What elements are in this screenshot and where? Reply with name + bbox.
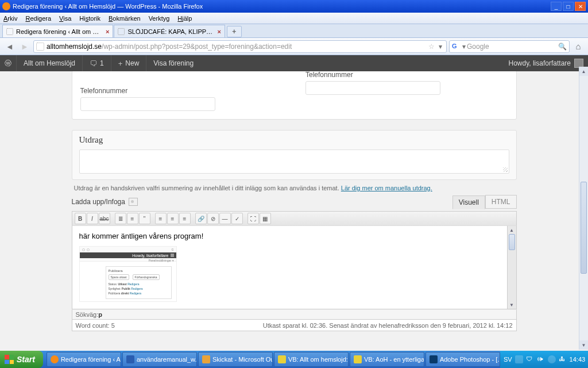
favicon-icon (6, 28, 13, 35)
taskbar-item-mail1[interactable]: VB: Allt om hemslojd: ... (274, 352, 349, 367)
google-icon: G (452, 43, 460, 51)
scroll-up-icon[interactable]: ▲ (579, 67, 588, 76)
wp-site-link[interactable]: Allt om Hemslöjd (16, 55, 82, 71)
kitchensink-button[interactable]: ▦ (260, 213, 271, 224)
quote-button[interactable]: " (139, 213, 150, 224)
embedded-screenshot: G Howdy, lisaforfattare Panelinställning… (79, 246, 177, 302)
menu-bokmarken[interactable]: Bokmärken (109, 15, 141, 22)
scroll-down-icon[interactable]: ▼ (508, 301, 516, 309)
align-left-button[interactable]: ≡ (155, 213, 167, 224)
maximize-button[interactable]: □ (563, 2, 574, 11)
favicon-icon (118, 28, 125, 35)
taskbar: Start Redigera förening ‹ A... användare… (0, 351, 588, 368)
taskbar-item-mail2[interactable]: VB: AoH - en ytterliga... (350, 352, 424, 367)
menu-hjalp[interactable]: Hjälp (177, 15, 192, 22)
scroll-down-icon[interactable]: ▼ (579, 340, 588, 350)
tab-close-icon[interactable]: × (106, 28, 109, 35)
italic-button[interactable]: I (87, 213, 98, 224)
page-scrollbar[interactable]: ▲ ▼ (579, 67, 588, 350)
site-identity-icon[interactable] (36, 43, 44, 51)
excerpt-textarea[interactable] (79, 150, 509, 174)
search-dropdown-icon[interactable]: ▾ (462, 43, 467, 51)
search-go-icon[interactable]: 🔍 (558, 43, 567, 51)
menu-visa[interactable]: Visa (59, 15, 71, 22)
tab-html[interactable]: HTML (485, 195, 517, 209)
new-tab-button[interactable]: + (227, 26, 242, 37)
unlink-button[interactable]: ⊘ (207, 213, 219, 224)
link-button[interactable]: 🔗 (195, 213, 207, 224)
search-input[interactable]: G ▾ Google 🔍 (449, 40, 570, 53)
taskbar-item-firefox[interactable]: Redigera förening ‹ A... (47, 352, 121, 367)
page-content: Telefonnummer Telefonnummer Utdrag Utdra… (0, 71, 588, 344)
strike-button[interactable]: abc (99, 213, 110, 224)
tray-lang[interactable]: SV (504, 356, 512, 363)
taskbar-item-outlook[interactable]: Skickat - Microsoft Ou... (198, 352, 273, 367)
ul-button[interactable]: ≣ (115, 213, 126, 224)
menu-historik[interactable]: Historik (79, 15, 100, 22)
taskbar-item-word[interactable]: användaremanual_w... (122, 352, 197, 367)
wp-new-link[interactable]: +New (111, 55, 146, 71)
minimize-button[interactable]: _ (551, 2, 562, 11)
scroll-thumb[interactable] (581, 182, 587, 274)
editor-body: här kommer äntligen vårens program! G Ho… (72, 226, 517, 309)
tray-icon[interactable]: 🕪 (537, 355, 545, 363)
ol-button[interactable]: ≡ (127, 213, 138, 224)
url-path: /wp-admin/post.php?post=29&post_type=for… (102, 43, 292, 51)
mail-icon (354, 355, 362, 363)
wp-view-link[interactable]: Visa förening (146, 55, 200, 71)
editor-toolbar: B I abc ≣ ≡ " ≡ ≡ ≡ 🔗 ⊘ — ✓ ⛶ ▦ (72, 211, 517, 226)
tray-icon[interactable] (548, 355, 556, 363)
editor-scrollbar[interactable]: ▲ ▼ (507, 226, 516, 309)
phone-input-left[interactable] (80, 97, 215, 111)
tab-close-icon[interactable]: × (217, 28, 220, 35)
field-label-phone: Telefonnummer (305, 71, 508, 79)
window-titlebar: Redigera förening ‹ Allt om Hemslöjd — W… (0, 0, 588, 13)
field-label-phone: Telefonnummer (80, 87, 283, 95)
align-right-button[interactable]: ≡ (179, 213, 191, 224)
contact-fields-box: Telefonnummer Telefonnummer (72, 71, 517, 120)
browser-tab-1[interactable]: Redigera förening ‹ Allt om Hemslöjd — .… (2, 25, 113, 37)
bold-button[interactable]: B (75, 213, 86, 224)
back-button[interactable]: ◄ (3, 40, 16, 53)
tab-visual[interactable]: Visuell (452, 195, 485, 209)
excerpt-help-link[interactable]: Lär dig mer om manuella utdrag. (341, 185, 432, 191)
excerpt-box: Utdrag (72, 130, 517, 180)
wp-logo-icon[interactable]: ⓦ (0, 59, 16, 68)
bookmark-star-icon[interactable]: ☆ (426, 43, 437, 51)
start-button[interactable]: Start (0, 351, 43, 368)
comment-icon: 🗨 (90, 59, 97, 68)
scroll-thumb[interactable] (509, 234, 515, 250)
phone-input-right[interactable] (305, 81, 440, 95)
tray-icon[interactable] (515, 355, 523, 363)
outlook-icon (202, 355, 210, 363)
tab-label: Redigera förening ‹ Allt om Hemslöjd — .… (16, 28, 102, 35)
align-center-button[interactable]: ≡ (167, 213, 179, 224)
spellcheck-button[interactable]: ✓ (231, 213, 243, 224)
tab-strip: Redigera förening ‹ Allt om Hemslöjd — .… (0, 24, 588, 38)
close-button[interactable]: ✕ (575, 2, 586, 11)
more-button[interactable]: — (219, 213, 231, 224)
browser-tab-2[interactable]: SLÖJDCAFÉ: KAPA, KLIPP OCH SKAPA A... × (114, 25, 225, 37)
taskbar-item-photoshop[interactable]: Adobe Photoshop - [... (425, 352, 500, 367)
url-input[interactable]: alltomhemslojd.se/wp-admin/post.php?post… (33, 40, 447, 53)
save-status: Utkast sparat kl. 02:36. Senast ändrat a… (263, 322, 513, 329)
upload-insert-label: Ladda upp/Infoga (72, 198, 125, 206)
wp-howdy[interactable]: Howdy, lisaforfattare (504, 59, 589, 68)
tray-icon[interactable]: 🛡 (526, 355, 534, 363)
fullscreen-button[interactable]: ⛶ (247, 213, 259, 224)
forward-button[interactable]: ► (18, 40, 31, 53)
menu-redigera[interactable]: Redigera (25, 15, 51, 22)
url-dropdown-icon[interactable]: ▾ (437, 43, 444, 51)
tray-icon[interactable]: 🖧 (559, 355, 567, 363)
editor-canvas[interactable]: här kommer äntligen vårens program! G Ho… (72, 226, 507, 309)
menu-arkiv[interactable]: Arkiv (3, 15, 17, 22)
editor-path-bar: Sökväg: p (72, 309, 517, 320)
wp-comments-link[interactable]: 🗨1 (82, 55, 111, 71)
add-media-icon[interactable] (129, 198, 138, 206)
tray-clock[interactable]: 14:43 (570, 356, 586, 363)
scroll-up-icon[interactable]: ▲ (508, 226, 516, 234)
home-button[interactable]: ⌂ (572, 40, 585, 53)
system-tray[interactable]: SV 🛡 🕪 🖧 14:43 (500, 351, 588, 368)
editor-path-value[interactable]: p (98, 311, 102, 318)
menu-verktyg[interactable]: Verktyg (149, 15, 170, 22)
